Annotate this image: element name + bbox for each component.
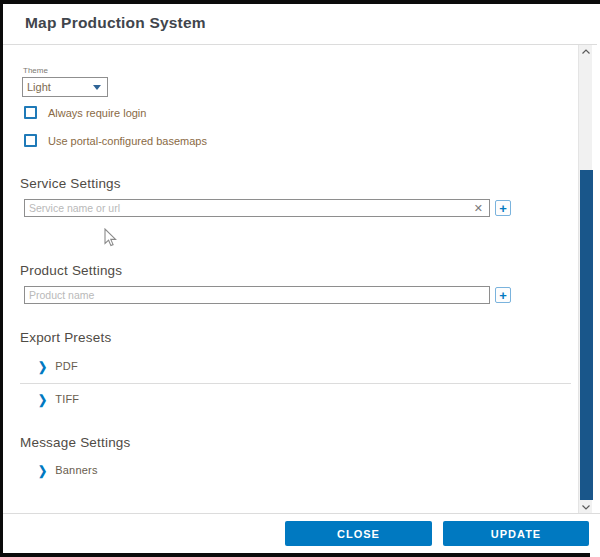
export-preset-pdf-toggle[interactable]: ❯ PDF (38, 360, 78, 372)
footer-divider (3, 513, 600, 514)
portal-basemaps-checkbox[interactable] (24, 134, 37, 147)
add-service-button[interactable]: + (495, 200, 511, 216)
checkbox-label: Use portal-configured basemaps (48, 135, 207, 147)
product-settings-heading: Product Settings (20, 263, 122, 278)
product-input-wrap (24, 286, 490, 304)
chevron-right-icon: ❯ (38, 360, 47, 373)
frame-edge-bottom (0, 553, 590, 557)
mouse-cursor-icon (103, 228, 117, 251)
scrollbar-thumb[interactable] (580, 170, 593, 500)
dialog-title: Map Production System (25, 14, 206, 32)
frame-edge-left (0, 0, 3, 557)
message-settings-heading: Message Settings (20, 435, 131, 450)
update-button[interactable]: UPDATE (443, 521, 589, 546)
export-presets-heading: Export Presets (20, 330, 111, 345)
chevron-right-icon: ❯ (38, 464, 47, 477)
close-button[interactable]: CLOSE (285, 521, 432, 546)
portal-basemaps-row: Use portal-configured basemaps (24, 134, 207, 147)
expand-row-label: TIFF (55, 393, 79, 405)
expand-row-label: Banners (55, 464, 97, 476)
chevron-right-icon: ❯ (38, 393, 47, 406)
service-name-input[interactable] (25, 200, 468, 216)
always-require-login-row: Always require login (24, 106, 146, 119)
map-production-system-dialog: Map Production System Theme Light Always… (0, 0, 600, 557)
frame-edge-top (0, 0, 600, 4)
service-settings-heading: Service Settings (20, 176, 121, 191)
clear-icon[interactable]: ✕ (468, 203, 489, 214)
theme-selected-value: Light (27, 81, 51, 93)
caret-down-icon (93, 85, 101, 90)
presets-divider (20, 383, 571, 384)
theme-label: Theme (23, 66, 48, 75)
add-product-button[interactable]: + (495, 287, 511, 303)
header-divider (3, 44, 597, 45)
scroll-up-icon[interactable] (579, 45, 593, 57)
service-input-wrap: ✕ (24, 199, 490, 217)
plus-icon: + (499, 289, 507, 302)
product-name-input[interactable] (25, 287, 489, 303)
checkbox-label: Always require login (48, 107, 146, 119)
vertical-scrollbar[interactable] (578, 45, 592, 513)
export-preset-tiff-toggle[interactable]: ❯ TIFF (38, 393, 79, 405)
banners-toggle[interactable]: ❯ Banners (38, 464, 98, 476)
plus-icon: + (499, 202, 507, 215)
always-require-login-checkbox[interactable] (24, 106, 37, 119)
theme-select[interactable]: Light (22, 77, 108, 97)
expand-row-label: PDF (55, 360, 78, 372)
scroll-down-icon[interactable] (579, 501, 593, 513)
